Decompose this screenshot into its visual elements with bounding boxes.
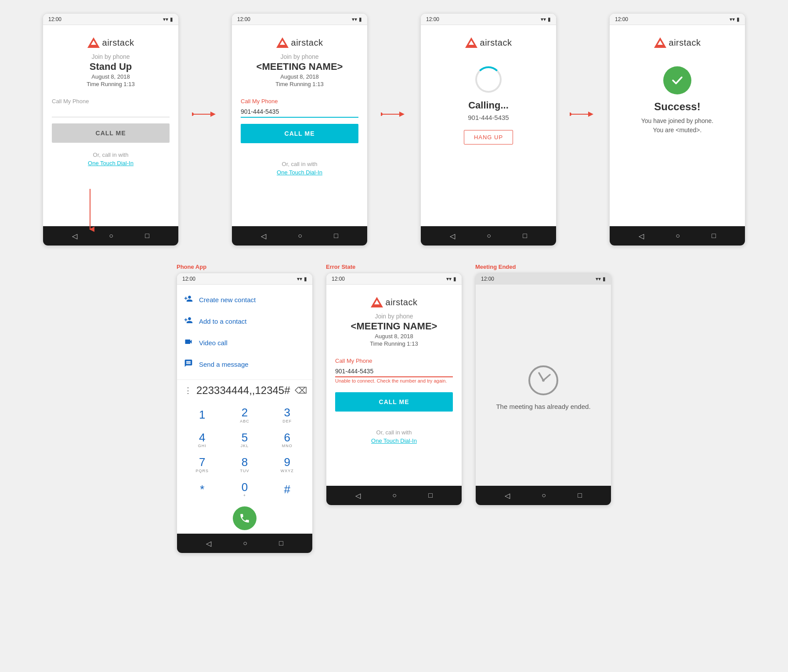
- back-btn-2[interactable]: ◁: [261, 232, 266, 240]
- recent-btn-error[interactable]: □: [428, 491, 433, 499]
- hang-up-button[interactable]: HANG UP: [464, 130, 513, 145]
- error-message: Unable to connect. Check the number and …: [335, 378, 453, 383]
- status-time-1: 12:00: [48, 16, 61, 22]
- arrow-2-3: [381, 110, 407, 119]
- home-btn-app[interactable]: ○: [243, 539, 247, 547]
- call-my-phone-label-1: Call My Phone: [52, 98, 89, 105]
- home-btn-4[interactable]: ○: [676, 232, 680, 240]
- create-contact-label: Create new contact: [199, 296, 256, 303]
- call-circle-button[interactable]: [233, 506, 257, 530]
- phone-app-wrapper: Phone App 12:00 ▾▾ ▮: [177, 264, 313, 553]
- dialpad-key-3[interactable]: 3 DEF: [266, 403, 308, 427]
- airstack-logo-2: airstack: [276, 37, 323, 48]
- error-content: airstack Join by phone <MEETING NAME> Au…: [326, 285, 462, 486]
- dialpad-key-0[interactable]: 0 +: [224, 477, 266, 502]
- success-check-icon: [663, 66, 691, 94]
- meeting-time-1: Time Running 1:13: [87, 81, 134, 87]
- create-contact-icon: [184, 294, 193, 305]
- battery-icon-error: ▮: [453, 276, 456, 282]
- recent-btn-3[interactable]: □: [523, 232, 527, 240]
- logo-triangle-error: [371, 297, 383, 307]
- calling-spinner: [475, 66, 502, 93]
- screen3-wrapper: 12:00 ▾▾ ▮ airstack Calling...: [420, 13, 557, 246]
- phone-app-phone: 12:00 ▾▾ ▮ Crea: [177, 273, 313, 553]
- join-label-2: Join by phone: [280, 53, 318, 60]
- screen4-wrapper: 12:00 ▾▾ ▮ airstack: [609, 13, 745, 246]
- battery-icon-app: ▮: [304, 276, 307, 282]
- call-me-button-1[interactable]: CALL ME: [52, 123, 170, 143]
- dialpad-delete-btn[interactable]: ⌫: [295, 385, 307, 396]
- or-label-1: Or, call in with: [93, 152, 129, 158]
- dialpad-key-hash[interactable]: #: [266, 477, 308, 502]
- phone-input-1[interactable]: [52, 106, 170, 117]
- phone-app-content: Create new contact Add to a contact: [177, 285, 312, 534]
- status-icons-3: ▾▾ ▮: [541, 16, 551, 22]
- logo-triangle-1: [87, 37, 100, 48]
- recent-btn-2[interactable]: □: [334, 232, 338, 240]
- phone-input-2[interactable]: [241, 106, 358, 118]
- phone-app-label: Phone App: [177, 264, 313, 270]
- dialpad-key-4[interactable]: 4 GHI: [181, 428, 223, 452]
- dialpad-key-8[interactable]: 8 TUV: [224, 452, 266, 477]
- call-me-button-error[interactable]: CALL ME: [335, 392, 453, 412]
- clock-icon: [528, 365, 559, 396]
- dialpad-key-5[interactable]: 5 JKL: [224, 428, 266, 452]
- meeting-ended-label: Meeting Ended: [475, 264, 611, 270]
- dialpad-key-2[interactable]: 2 ABC: [224, 403, 266, 427]
- home-btn-1[interactable]: ○: [109, 232, 113, 240]
- back-btn-1[interactable]: ◁: [72, 232, 77, 240]
- recent-btn-ended[interactable]: □: [578, 491, 582, 499]
- error-status-time: 12:00: [332, 276, 345, 282]
- logo-text-3: airstack: [480, 38, 512, 48]
- back-btn-3[interactable]: ◁: [450, 232, 455, 240]
- battery-icon-ended: ▮: [603, 276, 606, 282]
- menu-item-send-message[interactable]: Send a message: [177, 354, 312, 375]
- status-icons-2: ▾▾ ▮: [352, 16, 362, 22]
- ended-status-bar: 12:00 ▾▾ ▮: [476, 273, 611, 285]
- join-label-1: Join by phone: [91, 53, 130, 60]
- dialpad-menu-icon[interactable]: ⋮: [184, 386, 192, 395]
- error-status-icons: ▾▾ ▮: [446, 276, 456, 282]
- one-touch-link-1[interactable]: One Touch Dial-In: [88, 160, 134, 166]
- back-btn-4[interactable]: ◁: [639, 232, 644, 240]
- menu-item-add-contact[interactable]: Add to a contact: [177, 311, 312, 332]
- dialpad-key-1[interactable]: 1: [181, 403, 223, 427]
- svg-point-1: [192, 112, 194, 116]
- back-btn-app[interactable]: ◁: [206, 539, 211, 548]
- logo-text-2: airstack: [291, 38, 323, 48]
- recent-btn-app[interactable]: □: [279, 539, 283, 547]
- logo-triangle-2: [276, 37, 289, 48]
- screen1-wrapper: 12:00 ▾▾ ▮ airstack Join by phone Stand …: [43, 13, 179, 246]
- home-btn-3[interactable]: ○: [487, 232, 491, 240]
- menu-item-video-call[interactable]: Video call: [177, 332, 312, 354]
- back-btn-ended[interactable]: ◁: [505, 491, 510, 500]
- call-me-button-2[interactable]: CALL ME: [241, 124, 358, 143]
- dialpad-key-6[interactable]: 6 MNO: [266, 428, 308, 452]
- meeting-time-2: Time Running 1:13: [275, 81, 323, 87]
- wifi-icon-error: ▾▾: [446, 276, 452, 282]
- ended-content: The meeting has already ended.: [476, 285, 611, 486]
- logo-text-1: airstack: [102, 38, 134, 48]
- dialpad-key-9[interactable]: 9 WXYZ: [266, 452, 308, 477]
- error-status-bar: 12:00 ▾▾ ▮: [326, 273, 462, 285]
- one-touch-link-error[interactable]: One Touch Dial-In: [371, 437, 417, 444]
- home-btn-2[interactable]: ○: [298, 232, 302, 240]
- meeting-ended-phone: 12:00 ▾▾ ▮: [475, 273, 611, 506]
- back-btn-error[interactable]: ◁: [355, 491, 361, 500]
- dialpad-key-star[interactable]: *: [181, 477, 223, 502]
- recent-btn-1[interactable]: □: [145, 232, 149, 240]
- phone-app-time: 12:00: [182, 276, 195, 282]
- top-row: 12:00 ▾▾ ▮ airstack Join by phone Stand …: [10, 13, 778, 246]
- recent-btn-4[interactable]: □: [712, 232, 716, 240]
- wifi-icon-3: ▾▾: [541, 16, 546, 22]
- dialpad-number-display: ⋮ 223334444,,12345# ⌫: [177, 379, 312, 401]
- airstack-logo-1: airstack: [87, 37, 134, 48]
- wifi-icon-4: ▾▾: [730, 16, 735, 22]
- phone-input-error[interactable]: [335, 366, 453, 377]
- one-touch-link-2[interactable]: One Touch Dial-In: [277, 169, 322, 176]
- menu-item-create-contact[interactable]: Create new contact: [177, 289, 312, 311]
- home-btn-error[interactable]: ○: [392, 491, 397, 499]
- home-btn-ended[interactable]: ○: [542, 491, 546, 499]
- dialpad-key-7[interactable]: 7 PQRS: [181, 452, 223, 477]
- status-bar-3: 12:00 ▾▾ ▮: [421, 14, 556, 25]
